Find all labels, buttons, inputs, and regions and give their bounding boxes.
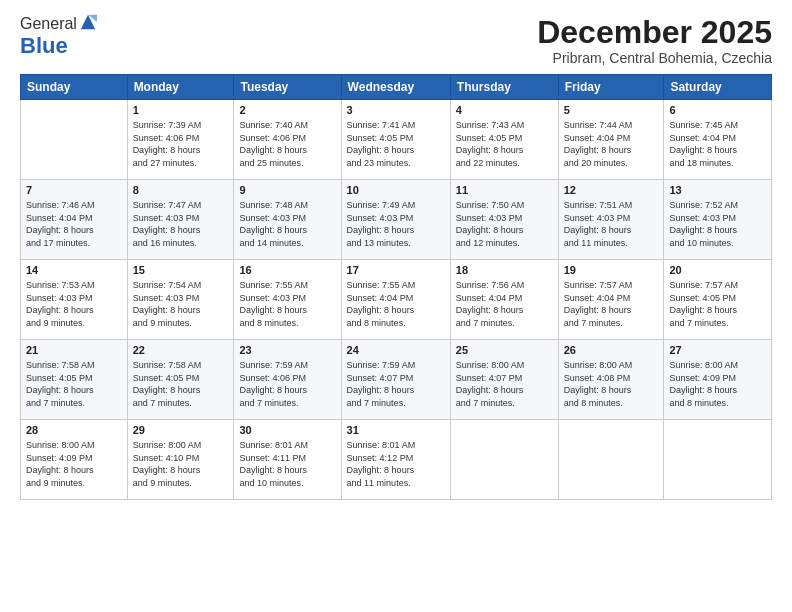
table-row: 6Sunrise: 7:45 AM Sunset: 4:04 PM Daylig… xyxy=(664,100,772,180)
day-number: 13 xyxy=(669,183,766,198)
logo-icon xyxy=(79,13,97,31)
day-number: 12 xyxy=(564,183,659,198)
table-row: 23Sunrise: 7:59 AM Sunset: 4:06 PM Dayli… xyxy=(234,340,341,420)
day-info: Sunrise: 8:00 AM Sunset: 4:08 PM Dayligh… xyxy=(564,359,659,409)
calendar-week-1: 1Sunrise: 7:39 AM Sunset: 4:06 PM Daylig… xyxy=(21,100,772,180)
day-number: 10 xyxy=(347,183,445,198)
table-row: 11Sunrise: 7:50 AM Sunset: 4:03 PM Dayli… xyxy=(450,180,558,260)
col-wednesday: Wednesday xyxy=(341,75,450,100)
calendar-table: Sunday Monday Tuesday Wednesday Thursday… xyxy=(20,74,772,500)
table-row: 19Sunrise: 7:57 AM Sunset: 4:04 PM Dayli… xyxy=(558,260,664,340)
day-info: Sunrise: 7:41 AM Sunset: 4:05 PM Dayligh… xyxy=(347,119,445,169)
day-info: Sunrise: 7:46 AM Sunset: 4:04 PM Dayligh… xyxy=(26,199,122,249)
day-number: 5 xyxy=(564,103,659,118)
day-number: 21 xyxy=(26,343,122,358)
header: General Blue December 2025 Pribram, Cent… xyxy=(20,15,772,66)
day-info: Sunrise: 7:54 AM Sunset: 4:03 PM Dayligh… xyxy=(133,279,229,329)
title-block: December 2025 Pribram, Central Bohemia, … xyxy=(537,15,772,66)
day-number: 14 xyxy=(26,263,122,278)
day-info: Sunrise: 7:57 AM Sunset: 4:04 PM Dayligh… xyxy=(564,279,659,329)
day-info: Sunrise: 8:00 AM Sunset: 4:09 PM Dayligh… xyxy=(669,359,766,409)
day-info: Sunrise: 8:01 AM Sunset: 4:12 PM Dayligh… xyxy=(347,439,445,489)
table-row xyxy=(450,420,558,500)
col-sunday: Sunday xyxy=(21,75,128,100)
day-number: 23 xyxy=(239,343,335,358)
table-row: 28Sunrise: 8:00 AM Sunset: 4:09 PM Dayli… xyxy=(21,420,128,500)
table-row xyxy=(558,420,664,500)
col-tuesday: Tuesday xyxy=(234,75,341,100)
table-row: 15Sunrise: 7:54 AM Sunset: 4:03 PM Dayli… xyxy=(127,260,234,340)
day-info: Sunrise: 7:58 AM Sunset: 4:05 PM Dayligh… xyxy=(26,359,122,409)
month-title: December 2025 xyxy=(537,15,772,50)
table-row: 5Sunrise: 7:44 AM Sunset: 4:04 PM Daylig… xyxy=(558,100,664,180)
day-number: 30 xyxy=(239,423,335,438)
table-row: 20Sunrise: 7:57 AM Sunset: 4:05 PM Dayli… xyxy=(664,260,772,340)
table-row xyxy=(664,420,772,500)
day-number: 31 xyxy=(347,423,445,438)
day-number: 3 xyxy=(347,103,445,118)
logo-general-text: General xyxy=(20,15,77,33)
day-info: Sunrise: 7:56 AM Sunset: 4:04 PM Dayligh… xyxy=(456,279,553,329)
day-info: Sunrise: 7:58 AM Sunset: 4:05 PM Dayligh… xyxy=(133,359,229,409)
table-row: 29Sunrise: 8:00 AM Sunset: 4:10 PM Dayli… xyxy=(127,420,234,500)
col-thursday: Thursday xyxy=(450,75,558,100)
table-row: 25Sunrise: 8:00 AM Sunset: 4:07 PM Dayli… xyxy=(450,340,558,420)
day-number: 15 xyxy=(133,263,229,278)
page: General Blue December 2025 Pribram, Cent… xyxy=(0,0,792,612)
table-row: 14Sunrise: 7:53 AM Sunset: 4:03 PM Dayli… xyxy=(21,260,128,340)
day-number: 11 xyxy=(456,183,553,198)
day-info: Sunrise: 7:47 AM Sunset: 4:03 PM Dayligh… xyxy=(133,199,229,249)
day-number: 28 xyxy=(26,423,122,438)
calendar-week-5: 28Sunrise: 8:00 AM Sunset: 4:09 PM Dayli… xyxy=(21,420,772,500)
table-row: 3Sunrise: 7:41 AM Sunset: 4:05 PM Daylig… xyxy=(341,100,450,180)
calendar-week-4: 21Sunrise: 7:58 AM Sunset: 4:05 PM Dayli… xyxy=(21,340,772,420)
day-info: Sunrise: 7:52 AM Sunset: 4:03 PM Dayligh… xyxy=(669,199,766,249)
col-saturday: Saturday xyxy=(664,75,772,100)
table-row: 18Sunrise: 7:56 AM Sunset: 4:04 PM Dayli… xyxy=(450,260,558,340)
day-info: Sunrise: 7:40 AM Sunset: 4:06 PM Dayligh… xyxy=(239,119,335,169)
table-row: 17Sunrise: 7:55 AM Sunset: 4:04 PM Dayli… xyxy=(341,260,450,340)
day-number: 6 xyxy=(669,103,766,118)
table-row: 30Sunrise: 8:01 AM Sunset: 4:11 PM Dayli… xyxy=(234,420,341,500)
day-number: 19 xyxy=(564,263,659,278)
day-info: Sunrise: 8:00 AM Sunset: 4:10 PM Dayligh… xyxy=(133,439,229,489)
day-number: 8 xyxy=(133,183,229,198)
table-row: 26Sunrise: 8:00 AM Sunset: 4:08 PM Dayli… xyxy=(558,340,664,420)
table-row: 2Sunrise: 7:40 AM Sunset: 4:06 PM Daylig… xyxy=(234,100,341,180)
day-info: Sunrise: 7:44 AM Sunset: 4:04 PM Dayligh… xyxy=(564,119,659,169)
day-info: Sunrise: 8:00 AM Sunset: 4:07 PM Dayligh… xyxy=(456,359,553,409)
day-info: Sunrise: 7:45 AM Sunset: 4:04 PM Dayligh… xyxy=(669,119,766,169)
table-row: 7Sunrise: 7:46 AM Sunset: 4:04 PM Daylig… xyxy=(21,180,128,260)
day-info: Sunrise: 7:57 AM Sunset: 4:05 PM Dayligh… xyxy=(669,279,766,329)
day-number: 1 xyxy=(133,103,229,118)
day-number: 29 xyxy=(133,423,229,438)
day-number: 20 xyxy=(669,263,766,278)
day-info: Sunrise: 8:00 AM Sunset: 4:09 PM Dayligh… xyxy=(26,439,122,489)
table-row: 12Sunrise: 7:51 AM Sunset: 4:03 PM Dayli… xyxy=(558,180,664,260)
table-row: 31Sunrise: 8:01 AM Sunset: 4:12 PM Dayli… xyxy=(341,420,450,500)
table-row: 8Sunrise: 7:47 AM Sunset: 4:03 PM Daylig… xyxy=(127,180,234,260)
day-info: Sunrise: 7:49 AM Sunset: 4:03 PM Dayligh… xyxy=(347,199,445,249)
day-number: 22 xyxy=(133,343,229,358)
day-info: Sunrise: 7:53 AM Sunset: 4:03 PM Dayligh… xyxy=(26,279,122,329)
location-subtitle: Pribram, Central Bohemia, Czechia xyxy=(537,50,772,66)
col-friday: Friday xyxy=(558,75,664,100)
day-info: Sunrise: 7:55 AM Sunset: 4:03 PM Dayligh… xyxy=(239,279,335,329)
day-number: 27 xyxy=(669,343,766,358)
table-row: 21Sunrise: 7:58 AM Sunset: 4:05 PM Dayli… xyxy=(21,340,128,420)
table-row: 9Sunrise: 7:48 AM Sunset: 4:03 PM Daylig… xyxy=(234,180,341,260)
day-info: Sunrise: 7:48 AM Sunset: 4:03 PM Dayligh… xyxy=(239,199,335,249)
table-row: 13Sunrise: 7:52 AM Sunset: 4:03 PM Dayli… xyxy=(664,180,772,260)
table-row: 24Sunrise: 7:59 AM Sunset: 4:07 PM Dayli… xyxy=(341,340,450,420)
table-row xyxy=(21,100,128,180)
day-number: 2 xyxy=(239,103,335,118)
day-number: 16 xyxy=(239,263,335,278)
day-number: 7 xyxy=(26,183,122,198)
table-row: 27Sunrise: 8:00 AM Sunset: 4:09 PM Dayli… xyxy=(664,340,772,420)
day-info: Sunrise: 7:59 AM Sunset: 4:06 PM Dayligh… xyxy=(239,359,335,409)
day-number: 26 xyxy=(564,343,659,358)
day-info: Sunrise: 7:59 AM Sunset: 4:07 PM Dayligh… xyxy=(347,359,445,409)
day-number: 24 xyxy=(347,343,445,358)
calendar-header-row: Sunday Monday Tuesday Wednesday Thursday… xyxy=(21,75,772,100)
day-number: 4 xyxy=(456,103,553,118)
